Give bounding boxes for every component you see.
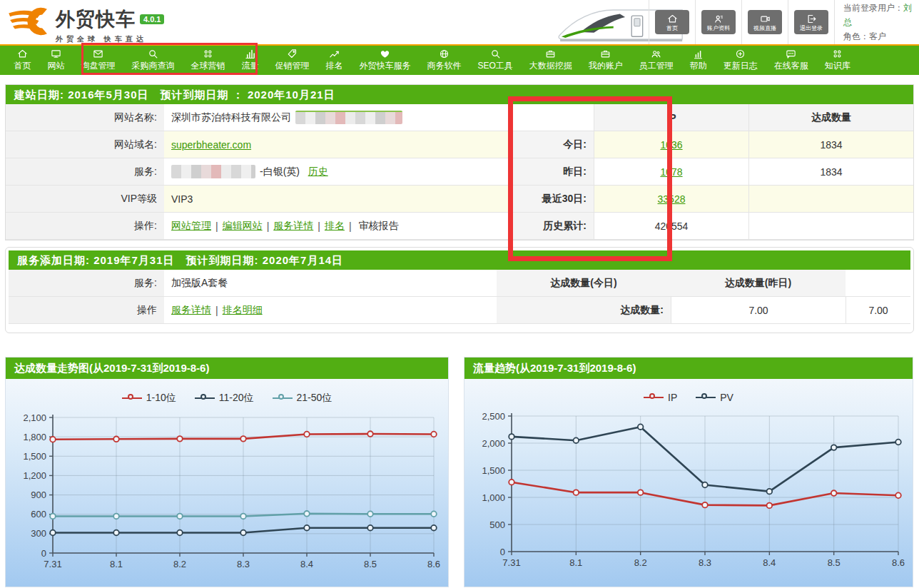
nav-item-询盘管理[interactable]: 询盘管理 xyxy=(73,45,123,76)
today-ip-cell: 1036 xyxy=(594,131,748,158)
qty-column-header: 达成数量 xyxy=(748,104,913,131)
legend-item-PV[interactable]: PV xyxy=(696,392,733,403)
nav-item-全球营销[interactable]: 全球营销 xyxy=(183,45,233,76)
svg-text:8.2: 8.2 xyxy=(173,559,186,569)
rank-trend-chart-card: 达成数量走势图(从2019-7-31到2019-8-6) 1-10位11-20位… xyxy=(5,357,449,587)
main-nav: 首页网站询盘管理采购商查询全球营销流量促销管理排名外贸快车服务商务软件SEO工具… xyxy=(0,44,919,75)
tag-icon xyxy=(287,49,298,59)
nav-item-商务软件[interactable]: 商务软件 xyxy=(419,45,469,76)
site-info-table: 网站名称: 深圳市苏泊特科技有限公司 IP 达成数量 网站域名: superbh… xyxy=(6,104,913,240)
legend-item-11-20位[interactable]: 11-20位 xyxy=(195,392,254,405)
site-manage-link[interactable]: 网站管理 xyxy=(171,220,211,233)
plus-icon xyxy=(735,49,746,59)
logo-tagline: 外贸全球 快车直达 xyxy=(56,34,164,44)
edit-site-link[interactable]: 编辑网站 xyxy=(223,220,263,233)
svg-text:1,200: 1,200 xyxy=(23,470,46,481)
svg-text:0: 0 xyxy=(41,548,46,559)
last30-ip-link[interactable]: 33528 xyxy=(658,193,686,205)
nav-item-员工管理[interactable]: 员工管理 xyxy=(631,45,681,76)
last30-ip-cell: 33528 xyxy=(594,186,748,213)
legend-marker xyxy=(195,394,215,402)
redacted-blur xyxy=(171,165,255,178)
svg-text:8.3: 8.3 xyxy=(237,559,250,569)
vip-label: VIP等级 xyxy=(6,186,164,213)
traffic-trend-chart-card: 流量趋势(从2019-7-31到2019-8-6) IPPV 05001,000… xyxy=(464,357,913,587)
logout-button[interactable]: 退出登录 xyxy=(794,10,828,34)
svg-text:0: 0 xyxy=(500,547,505,557)
video-camera-icon xyxy=(760,14,771,24)
nav-item-SEO工具[interactable]: SEO工具 xyxy=(469,45,521,76)
svc-ranking-detail-link[interactable]: 排名明细 xyxy=(223,304,263,317)
logout-icon xyxy=(806,14,817,24)
service-detail-link[interactable]: 服务详情 xyxy=(273,220,313,233)
rank-trend-legend: 1-10位11-20位21-50位 xyxy=(6,392,448,405)
monitor-icon xyxy=(51,49,61,59)
mail-icon xyxy=(93,49,103,59)
chart-icon xyxy=(693,49,704,59)
service-info-section: 服务添加日期: 2019年7月31日 预计到期日期: 2020年7月14日 服务… xyxy=(5,247,914,333)
svc-service-label: 服务: xyxy=(9,270,164,297)
nav-item-帮助[interactable]: 帮助 xyxy=(681,45,715,76)
history-link[interactable]: 历史 xyxy=(308,166,328,178)
svg-text:2,000: 2,000 xyxy=(482,438,505,449)
svg-text:1,000: 1,000 xyxy=(482,492,505,503)
empty-cell xyxy=(846,270,910,297)
account-profile-button[interactable]: 账户资料 xyxy=(701,10,736,34)
nav-item-大数据挖掘[interactable]: 大数据挖掘 xyxy=(521,45,580,76)
nav-item-外贸快车服务[interactable]: 外贸快车服务 xyxy=(351,45,419,76)
service-cell: -白银(英) 历史 xyxy=(164,158,509,186)
legend-marker xyxy=(122,394,142,402)
legend-marker xyxy=(696,393,716,402)
briefcase-icon xyxy=(545,49,556,59)
nav-item-网站[interactable]: 网站 xyxy=(39,45,73,76)
legend-item-1-10位[interactable]: 1-10位 xyxy=(122,392,176,405)
svg-text:1,800: 1,800 xyxy=(23,432,46,442)
svc-service-value: 加强版A套餐 xyxy=(164,270,497,297)
user-role: 客户 xyxy=(869,31,886,41)
home-button[interactable]: 首页 xyxy=(655,10,689,34)
yesterday-ip-link[interactable]: 1078 xyxy=(660,166,682,178)
nav-item-在线客服[interactable]: 在线客服 xyxy=(766,45,816,76)
traffic-trend-chart: IPPV 05001,0001,5002,0002,5007.318.18.28… xyxy=(464,379,913,587)
rank-trend-chart-title: 达成数量走势图(从2019-7-31到2019-8-6) xyxy=(6,358,448,379)
nav-item-我的账户[interactable]: 我的账户 xyxy=(580,45,631,76)
nav-item-首页[interactable]: 首页 xyxy=(6,45,39,76)
nav-item-流量[interactable]: 流量 xyxy=(233,45,267,76)
magnifier-icon xyxy=(148,49,158,59)
svg-text:300: 300 xyxy=(31,528,46,539)
domain-link[interactable]: superbheater.com xyxy=(171,139,251,151)
traffic-trend-chart-title: 流量趋势(从2019-7-31到2019-8-6) xyxy=(464,358,913,379)
svg-text:2,500: 2,500 xyxy=(482,411,505,422)
svg-text:8.5: 8.5 xyxy=(828,557,841,568)
stats-corner-cell xyxy=(509,104,594,131)
video-live-button[interactable]: 视频直播 xyxy=(748,10,782,34)
legend-item-IP[interactable]: IP xyxy=(644,392,677,403)
nav-item-知识库[interactable]: 知识库 xyxy=(816,45,858,76)
svg-text:2,100: 2,100 xyxy=(23,412,46,423)
qty-today-value: 7.00 xyxy=(671,297,846,324)
qty-row-label: 达成数量: xyxy=(497,297,671,324)
nav-item-更新日志[interactable]: 更新日志 xyxy=(715,45,766,76)
svg-text:8.4: 8.4 xyxy=(763,557,776,568)
actions-label: 操作: xyxy=(6,213,164,240)
svc-actions-cell: 服务详情 | 排名明细 xyxy=(164,297,497,324)
today-label: 今日: xyxy=(509,131,594,158)
logo-wings-icon xyxy=(7,5,51,38)
nav-item-采购商查询[interactable]: 采购商查询 xyxy=(123,45,183,76)
svc-service-detail-link[interactable]: 服务详情 xyxy=(171,304,211,317)
app-header: 外贸快车 4.0.1 外贸全球 快车直达 首页 账户资料 xyxy=(0,0,919,44)
legend-item-21-50位[interactable]: 21-50位 xyxy=(273,392,332,405)
traffic-trend-plot: 05001,0001,5002,0002,5007.318.18.28.38.4… xyxy=(464,406,913,577)
domain-cell: superbheater.com xyxy=(164,131,509,158)
rank-trend-plot: 03006009001,2001,5001,8002,1007.318.18.2… xyxy=(6,407,448,579)
svg-text:600: 600 xyxy=(31,509,46,519)
app-title: 外贸快车 xyxy=(56,6,136,32)
magnifier-icon xyxy=(490,49,501,59)
nav-item-排名[interactable]: 排名 xyxy=(318,45,351,76)
user-info: 当前登录用户：刘总 角色：客户 xyxy=(835,1,919,44)
svg-text:1,500: 1,500 xyxy=(482,465,505,476)
nav-item-促销管理[interactable]: 促销管理 xyxy=(267,45,318,76)
today-ip-link[interactable]: 1036 xyxy=(660,139,682,151)
history-total-label: 历史累计: xyxy=(509,213,594,240)
ranking-link[interactable]: 排名 xyxy=(325,220,345,233)
